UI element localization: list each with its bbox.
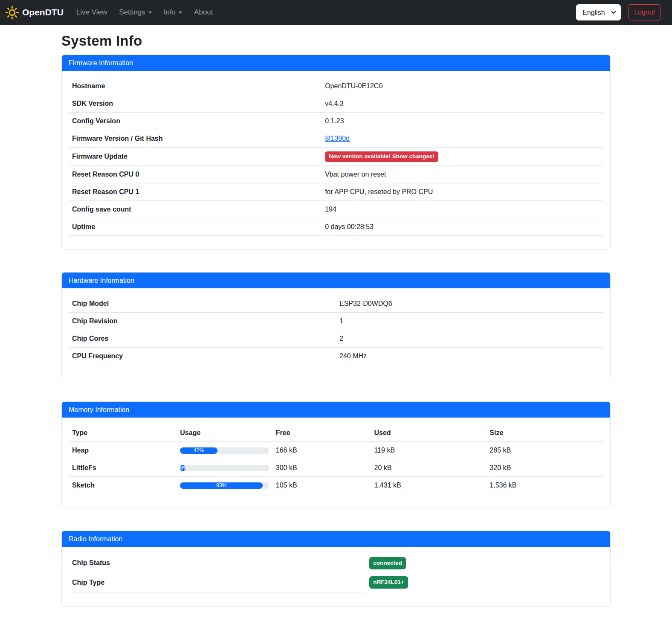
card-hardware-body: Chip ModelESP32-D0WDQ6Chip Revision1Chip… (62, 288, 610, 379)
usage-percent-label: 6% (180, 465, 187, 470)
row-label: Firmware Update (69, 148, 322, 166)
row-value-cell: 0.1.23 (322, 113, 603, 130)
table-row: Chip ModelESP32-D0WDQ6 (69, 295, 603, 313)
memory-type-label: Sketch (69, 477, 177, 494)
card-hardware-information: Hardware Information Chip ModelESP32-D0W… (61, 272, 611, 379)
radio-badge-cell: connected (366, 554, 603, 573)
row-label: Chip Type (69, 573, 366, 592)
row-value: 2 (339, 335, 343, 342)
status-badge: nRF24L01+ (369, 576, 408, 589)
logout-button[interactable]: Logout (628, 4, 661, 20)
memory-usage-cell: 42% (177, 442, 272, 459)
row-value-cell: Vbat power on reset (322, 166, 603, 183)
row-value: OpenDTU-0E12C0 (325, 82, 382, 90)
radio-table-row: Chip TypenRF24L01+ (69, 573, 603, 592)
card-memory-header: Memory Information (62, 402, 610, 418)
nav-link-live-view[interactable]: Live View (70, 5, 113, 20)
usage-progress-track: 42% (180, 447, 269, 454)
row-value: 1 (339, 317, 343, 325)
memory-table-row: LittleFs6%300 kB20 kB320 kB (69, 459, 603, 477)
table-row: CPU Frequency240 MHz (69, 348, 603, 365)
nav-link-info[interactable]: Info (158, 5, 188, 20)
row-value-cell: 194 (322, 201, 603, 218)
git-hash-link[interactable]: 8f1390d (325, 135, 350, 142)
nav-link-settings[interactable]: Settings (113, 5, 157, 20)
main-content: System Info Firmware Information Hostnam… (61, 25, 611, 607)
nav-link-label: Settings (119, 8, 145, 17)
sun-icon (5, 6, 19, 20)
page-title: System Info (61, 33, 611, 49)
hardware-table: Chip ModelESP32-D0WDQ6Chip Revision1Chip… (69, 295, 603, 365)
table-row: Config Version0.1.23 (69, 113, 603, 130)
language-select[interactable]: English (576, 4, 621, 20)
brand-label: OpenDTU (22, 7, 64, 17)
table-row: Chip Cores2 (69, 330, 603, 348)
table-row: HostnameOpenDTU-0E12C0 (69, 78, 603, 95)
radio-badge-cell: nRF24L01+ (366, 573, 603, 592)
card-memory-body: TypeUsageFreeUsedSize Heap42%166 kB119 k… (62, 418, 610, 508)
row-label: Reset Reason CPU 1 (69, 183, 322, 201)
row-value-cell: OpenDTU-0E12C0 (322, 78, 603, 95)
row-label: Reset Reason CPU 0 (69, 166, 322, 183)
chevron-down-icon (179, 12, 182, 14)
memory-size-value: 320 kB (486, 459, 603, 477)
row-value-cell: ESP32-D0WDQ6 (336, 295, 603, 313)
card-firmware-body: HostnameOpenDTU-0E12C0SDK Versionv4.4.3C… (62, 71, 610, 250)
row-value-cell: for APP CPU, reseted by PRO CPU (322, 183, 603, 201)
memory-used-value: 1,431 kB (371, 477, 486, 494)
row-label: Chip Revision (69, 313, 336, 330)
row-label: Chip Status (69, 554, 366, 573)
memory-column-header: Free (272, 424, 371, 442)
usage-percent-label: 93% (216, 483, 226, 488)
nav-item: Settings (113, 5, 157, 20)
firmware-table: HostnameOpenDTU-0E12C0SDK Versionv4.4.3C… (69, 78, 603, 236)
row-value-cell: 1 (336, 313, 603, 330)
memory-column-header: Size (486, 424, 603, 442)
row-value-cell: 2 (336, 330, 603, 348)
firmware-update-badge[interactable]: New version available! Show changes! (325, 151, 438, 162)
table-row: Reset Reason CPU 0Vbat power on reset (69, 166, 603, 183)
navbar-menu: Live ViewSettingsInfoAbout (70, 5, 219, 20)
row-value-cell: v4.4.3 (322, 95, 603, 113)
memory-column-header: Used (371, 424, 486, 442)
table-row: Config save count194 (69, 201, 603, 218)
memory-usage-cell: 93% (177, 477, 272, 494)
table-row: Chip Revision1 (69, 313, 603, 330)
memory-usage-cell: 6% (177, 459, 272, 477)
row-value-cell: 0 days 00:28:53 (322, 218, 603, 236)
row-value: 194 (325, 206, 336, 213)
usage-progress-bar: 6% (180, 465, 185, 471)
row-label: CPU Frequency (69, 348, 336, 365)
table-row: SDK Versionv4.4.3 (69, 95, 603, 113)
nav-link-about[interactable]: About (188, 5, 219, 20)
table-row: Firmware Version / Git Hash8f1390d (69, 130, 603, 148)
card-radio-information: Radio Information Chip StatusconnectedCh… (61, 531, 611, 607)
row-label: Config save count (69, 201, 322, 218)
card-firmware-information: Firmware Information HostnameOpenDTU-0E1… (61, 55, 611, 250)
nav-link-label: Live View (76, 8, 107, 17)
row-label: Chip Model (69, 295, 336, 313)
usage-progress-track: 93% (180, 482, 269, 489)
row-value: 0 days 00:28:53 (325, 223, 374, 230)
row-value: for APP CPU, reseted by PRO CPU (325, 188, 433, 195)
nav-item: Live View (70, 5, 113, 20)
brand-link[interactable]: OpenDTU (5, 6, 64, 20)
row-label: Uptime (69, 218, 322, 236)
memory-free-value: 105 kB (272, 477, 371, 494)
memory-size-value: 285 kB (486, 442, 603, 459)
memory-type-label: Heap (69, 442, 177, 459)
table-row: Firmware UpdateNew version available! Sh… (69, 148, 603, 166)
memory-type-label: LittleFs (69, 459, 177, 477)
chevron-down-icon (148, 12, 152, 14)
nav-link-label: About (194, 8, 213, 17)
row-value: 0.1.23 (325, 117, 344, 125)
nav-link-label: Info (164, 8, 176, 17)
memory-free-value: 166 kB (272, 442, 371, 459)
memory-column-header: Type (69, 424, 177, 442)
card-firmware-header: Firmware Information (62, 55, 610, 71)
card-radio-header: Radio Information (62, 531, 610, 547)
card-radio-body: Chip StatusconnectedChip TypenRF24L01+ (62, 547, 610, 606)
status-badge: connected (369, 557, 406, 569)
row-value: Vbat power on reset (325, 171, 386, 178)
usage-progress-track: 6% (180, 465, 269, 471)
